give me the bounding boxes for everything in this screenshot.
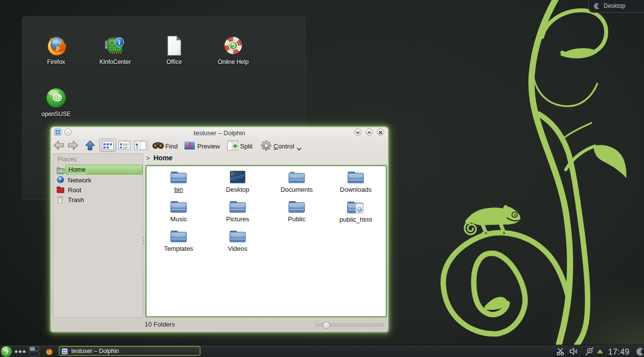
svg-text:i: i	[119, 39, 121, 46]
